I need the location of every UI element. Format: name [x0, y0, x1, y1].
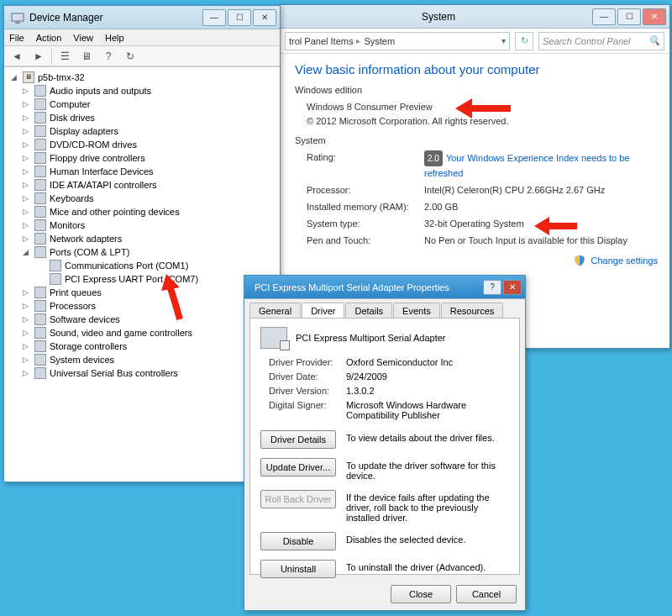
properties-dialog: PCI Express Multiport Serial Adapter Pro… — [244, 275, 526, 611]
update-driver-button[interactable]: Update Driver... — [260, 458, 336, 476]
edition-section-label: Windows edition — [295, 85, 658, 95]
change-settings-link[interactable]: Change settings — [591, 255, 659, 266]
uninstall-button[interactable]: Uninstall — [260, 560, 336, 578]
device-tree[interactable]: 🖥p5b-tmx-32 Audio inputs and outputsComp… — [4, 66, 280, 482]
dlg-cancel-button[interactable]: Cancel — [456, 585, 517, 603]
tree-node[interactable]: Processors — [19, 299, 280, 313]
tree-node[interactable]: Mice and other pointing devices — [19, 205, 280, 218]
tree-label: Storage controllers — [50, 341, 127, 351]
driver-details-button[interactable]: Driver Details — [260, 430, 336, 449]
devmgr-menubar: File Action View Help — [4, 29, 280, 46]
menu-help[interactable]: Help — [105, 33, 124, 43]
tree-label: Print queues — [50, 287, 102, 297]
tree-node[interactable]: Software devices — [19, 313, 280, 326]
minimize-button[interactable]: — — [202, 9, 226, 26]
toolbar-refresh-button[interactable]: ↻ — [121, 48, 139, 65]
breadcrumb-seg[interactable]: trol Panel Items — [289, 36, 353, 46]
tree-label: Floppy drive controllers — [50, 153, 145, 163]
device-icon — [34, 192, 46, 204]
tree-node[interactable]: Audio inputs and outputs — [19, 84, 280, 97]
tree-node[interactable]: Keyboards — [19, 192, 280, 205]
minimize-button[interactable]: — — [592, 8, 616, 25]
tree-node[interactable]: IDE ATA/ATAPI controllers — [19, 178, 280, 192]
systype-value: 32-bit Operating System — [424, 217, 658, 231]
svg-rect-0 — [12, 13, 24, 21]
tree-node[interactable]: Display adapters — [19, 124, 280, 138]
maximize-button[interactable]: ☐ — [228, 9, 251, 26]
forward-button[interactable]: ► — [29, 48, 48, 65]
tree-node[interactable]: System devices — [19, 353, 280, 366]
dialog-footer: Close Cancel — [244, 580, 525, 608]
system-titlebar[interactable]: System — ☐ ✕ — [280, 5, 669, 29]
menu-view[interactable]: View — [73, 33, 93, 43]
menu-action[interactable]: Action — [36, 33, 62, 43]
tab-events[interactable]: Events — [393, 303, 440, 318]
tree-node[interactable]: Sound, video and game controllers — [19, 326, 280, 340]
copyright-text: © 2012 Microsoft Corporation. All rights… — [307, 114, 658, 129]
breadcrumb-seg[interactable]: System — [364, 36, 395, 46]
devmgr-icon — [11, 11, 24, 24]
address-bar[interactable]: trol Panel Items ▸ System ▾ — [285, 32, 510, 50]
tree-leaf[interactable]: PCI Express UART Port (COM7) — [31, 272, 280, 286]
tree-node[interactable]: Network adapters — [19, 232, 280, 245]
tree-label: PCI Express UART Port (COM7) — [65, 274, 198, 284]
device-icon — [34, 354, 46, 366]
close-button[interactable]: ✕ — [253, 9, 276, 26]
close-button[interactable]: ✕ — [503, 280, 522, 295]
device-icon — [34, 340, 46, 352]
tree-node[interactable]: Disk drives — [19, 111, 280, 124]
tree-node[interactable]: Monitors — [19, 218, 280, 232]
tab-details[interactable]: Details — [345, 303, 392, 318]
help-button[interactable]: ? — [483, 280, 501, 295]
chevron-down-icon[interactable]: ▾ — [501, 36, 506, 45]
back-button[interactable]: ◄ — [8, 48, 26, 65]
devmgr-title: Device Manager — [29, 12, 201, 24]
tree-node[interactable]: DVD/CD-ROM drives — [19, 138, 280, 151]
refresh-button[interactable]: ↻ — [515, 32, 533, 50]
tree-node[interactable]: Ports (COM & LPT) — [19, 245, 280, 259]
tree-node[interactable]: Human Interface Devices — [19, 165, 280, 178]
device-icon — [50, 273, 61, 285]
tree-label: Display adapters — [50, 126, 118, 136]
tree-label: Disk drives — [50, 113, 95, 123]
device-icon — [34, 246, 46, 258]
search-input[interactable]: Search Control Panel 🔍 — [538, 32, 664, 50]
pentouch-label: Pen and Touch: — [307, 234, 424, 248]
ram-label: Installed memory (RAM): — [307, 200, 424, 214]
tree-leaf[interactable]: Communications Port (COM1) — [31, 259, 280, 272]
tab-resources[interactable]: Resources — [441, 303, 504, 318]
tab-page-driver: PCI Express Multiport Serial Adapter Dri… — [249, 318, 520, 575]
tab-driver[interactable]: Driver — [302, 303, 344, 318]
tab-general[interactable]: General — [249, 303, 301, 318]
toolbar-properties-button[interactable]: ☰ — [55, 48, 74, 65]
dlg-close-button[interactable]: Close — [391, 585, 451, 603]
rating-link[interactable]: Your Windows Experience Index needs to b… — [424, 153, 629, 178]
tree-label: Communications Port (COM1) — [65, 261, 188, 271]
menu-file[interactable]: File — [9, 33, 24, 43]
device-manager-window: Device Manager — ☐ ✕ File Action View He… — [3, 5, 281, 482]
device-icon — [34, 327, 46, 339]
tree-node[interactable]: Universal Serial Bus controllers — [19, 366, 280, 380]
update-driver-desc: To update the driver software for this d… — [346, 458, 509, 481]
tab-strip: General Driver Details Events Resources — [244, 299, 525, 318]
toolbar-scan-button[interactable]: 🖥 — [77, 48, 96, 65]
tree-node[interactable]: Floppy drive controllers — [19, 151, 280, 165]
ram-value: 2.00 GB — [424, 200, 658, 214]
close-button[interactable]: ✕ — [643, 8, 666, 25]
maximize-button[interactable]: ☐ — [617, 8, 641, 25]
tree-node[interactable]: Print queues — [19, 286, 280, 299]
tree-label: Processors — [50, 301, 96, 311]
processor-label: Processor: — [307, 183, 424, 197]
search-icon: 🔍 — [648, 35, 660, 46]
processor-value: Intel(R) Celeron(R) CPU 2.66GHz 2.67 GHz — [424, 183, 658, 197]
disable-button[interactable]: Disable — [260, 532, 336, 550]
tree-node[interactable]: Storage controllers — [19, 340, 280, 353]
tree-node[interactable]: Computer — [19, 97, 280, 111]
rating-label: Rating: — [307, 150, 424, 181]
search-placeholder: Search Control Panel — [543, 36, 631, 46]
tree-root[interactable]: 🖥p5b-tmx-32 — [8, 71, 280, 84]
devmgr-titlebar[interactable]: Device Manager — ☐ ✕ — [4, 6, 280, 29]
toolbar-help-button[interactable]: ? — [99, 48, 118, 65]
tree-label: Software devices — [50, 314, 120, 324]
propdlg-titlebar[interactable]: PCI Express Multiport Serial Adapter Pro… — [244, 276, 525, 299]
